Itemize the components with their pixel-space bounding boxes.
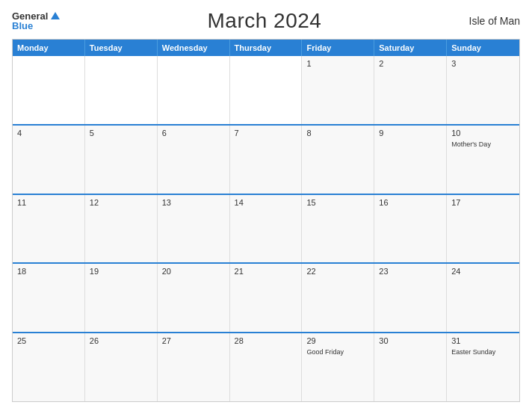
day-12[interactable]: 12 bbox=[85, 195, 158, 263]
weekday-wednesday: Wednesday bbox=[158, 40, 230, 56]
weekday-friday: Friday bbox=[302, 40, 374, 56]
page: General Blue March 2024 Isle of Man Mond… bbox=[0, 0, 532, 411]
day-21[interactable]: 21 bbox=[230, 264, 303, 332]
week-5: 25 26 27 28 29 Good Friday 30 bbox=[13, 332, 519, 401]
event-good-friday: Good Friday bbox=[306, 348, 369, 356]
day-30[interactable]: 30 bbox=[374, 333, 447, 401]
header: General Blue March 2024 Isle of Man bbox=[12, 9, 520, 33]
day-20[interactable]: 20 bbox=[158, 264, 230, 332]
region-label: Isle of Man bbox=[469, 15, 520, 27]
day-5[interactable]: 5 bbox=[85, 126, 158, 194]
day-26[interactable]: 26 bbox=[85, 333, 158, 401]
day-6[interactable]: 6 bbox=[158, 126, 230, 194]
week-4: 18 19 20 21 22 23 24 bbox=[13, 262, 519, 332]
day-10[interactable]: 10 Mother's Day bbox=[447, 126, 519, 194]
day-14[interactable]: 14 bbox=[230, 195, 303, 263]
day-11[interactable]: 11 bbox=[13, 195, 85, 263]
day-empty-3[interactable] bbox=[158, 56, 230, 124]
day-16[interactable]: 16 bbox=[374, 195, 447, 263]
weekday-saturday: Saturday bbox=[374, 40, 447, 56]
day-22[interactable]: 22 bbox=[302, 264, 374, 332]
day-4[interactable]: 4 bbox=[13, 126, 85, 194]
logo: General Blue bbox=[12, 11, 60, 31]
day-29[interactable]: 29 Good Friday bbox=[302, 333, 374, 401]
week-2: 4 5 6 7 8 9 10 Mother' bbox=[13, 124, 519, 194]
day-empty-1[interactable] bbox=[13, 56, 85, 124]
day-15[interactable]: 15 bbox=[302, 195, 374, 263]
day-empty-4[interactable] bbox=[230, 56, 303, 124]
weekday-sunday: Sunday bbox=[447, 40, 519, 56]
day-18[interactable]: 18 bbox=[13, 264, 85, 332]
day-31[interactable]: 31 Easter Sunday bbox=[447, 333, 519, 401]
day-19[interactable]: 19 bbox=[85, 264, 158, 332]
day-3[interactable]: 3 bbox=[447, 56, 519, 124]
weekday-thursday: Thursday bbox=[230, 40, 303, 56]
day-27[interactable]: 27 bbox=[158, 333, 230, 401]
day-7[interactable]: 7 bbox=[230, 126, 303, 194]
day-28[interactable]: 28 bbox=[230, 333, 303, 401]
event-easter-sunday: Easter Sunday bbox=[451, 348, 515, 356]
day-1[interactable]: 1 bbox=[302, 56, 374, 124]
calendar-body: 1 2 3 4 5 6 bbox=[13, 56, 519, 401]
month-title: March 2024 bbox=[208, 9, 322, 33]
day-25[interactable]: 25 bbox=[13, 333, 85, 401]
day-empty-2[interactable] bbox=[85, 56, 158, 124]
day-9[interactable]: 9 bbox=[374, 126, 447, 194]
weekday-monday: Monday bbox=[13, 40, 85, 56]
day-8[interactable]: 8 bbox=[302, 126, 374, 194]
week-3: 11 12 13 14 15 16 17 bbox=[13, 194, 519, 263]
event-mothers-day: Mother's Day bbox=[451, 140, 515, 148]
logo-blue: Blue bbox=[12, 21, 33, 31]
weekday-tuesday: Tuesday bbox=[85, 40, 158, 56]
day-23[interactable]: 23 bbox=[374, 264, 447, 332]
week-1: 1 2 3 bbox=[13, 56, 519, 124]
calendar: Monday Tuesday Wednesday Thursday Friday… bbox=[12, 39, 520, 402]
day-17[interactable]: 17 bbox=[447, 195, 519, 263]
day-2[interactable]: 2 bbox=[374, 56, 447, 124]
calendar-header: Monday Tuesday Wednesday Thursday Friday… bbox=[13, 40, 519, 56]
day-13[interactable]: 13 bbox=[158, 195, 230, 263]
logo-triangle-icon bbox=[51, 12, 60, 19]
day-24[interactable]: 24 bbox=[447, 264, 519, 332]
